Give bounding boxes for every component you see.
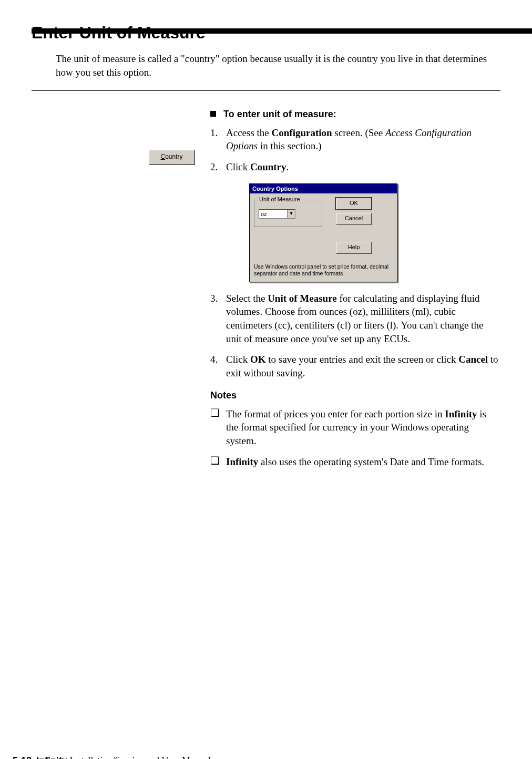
step-number: 2. <box>210 160 226 174</box>
ok-button[interactable]: OK <box>336 198 372 210</box>
dialog-hint: Use Windows control panel to set price f… <box>254 263 393 277</box>
procedure-title-text: To enter unit of measure: <box>223 109 336 119</box>
notes-heading: Notes <box>210 389 500 402</box>
dialog-titlebar: Country Options <box>250 184 397 194</box>
step-body: Click OK to save your entries and exit t… <box>226 353 500 380</box>
square-outline-icon: ❏ <box>210 407 226 448</box>
note-body: The format of prices you enter for each … <box>226 407 500 448</box>
step-number: 3. <box>210 292 226 346</box>
intro-paragraph: The unit of measure is called a "country… <box>56 52 500 79</box>
unit-of-measure-dropdown[interactable]: oz ▼ <box>259 209 295 219</box>
country-options-dialog: Country Options Unit of Measure oz ▼ <box>249 183 397 282</box>
step-2: 2. Click Country. <box>210 160 500 174</box>
step-number: 4. <box>210 353 226 380</box>
square-outline-icon: ❏ <box>210 455 226 469</box>
step-body: Click Country. <box>226 160 500 174</box>
procedure-title: To enter unit of measure: <box>210 108 500 120</box>
step-body: Access the Configuration screen. (See Ac… <box>226 126 500 153</box>
header-rule <box>32 28 532 34</box>
note-2: ❏ Infinity also uses the operating syste… <box>210 455 500 469</box>
square-bullet-icon <box>210 111 216 117</box>
step-body: Select the Unit of Measure for calculati… <box>226 292 500 346</box>
section-rule <box>32 90 500 91</box>
footer-rest: Installation/Service and User Manual <box>67 755 211 759</box>
step-3: 3. Select the Unit of Measure for calcul… <box>210 292 500 346</box>
cancel-button[interactable]: Cancel <box>336 213 372 225</box>
step-number: 1. <box>210 126 226 153</box>
step-1: 1. Access the Configuration screen. (See… <box>210 126 500 153</box>
unit-of-measure-group: Unit of Measure oz ▼ <box>254 200 322 227</box>
page-number: 5-18 <box>13 755 32 759</box>
help-button[interactable]: Help <box>336 242 372 254</box>
country-button[interactable]: Country <box>149 150 195 165</box>
group-legend: Unit of Measure <box>258 196 302 203</box>
dropdown-value: oz <box>259 210 287 218</box>
product-name: Infinity <box>36 755 67 759</box>
country-button-rest: ountry <box>165 153 182 160</box>
note-body: Infinity also uses the operating system'… <box>226 455 500 469</box>
note-1: ❏ The format of prices you enter for eac… <box>210 407 500 448</box>
page-footer: 5-18 Infinity Installation/Service and U… <box>13 755 211 759</box>
country-button-mnemonic: C <box>160 153 165 160</box>
step-4: 4. Click OK to save your entries and exi… <box>210 353 500 380</box>
chevron-down-icon: ▼ <box>287 210 295 218</box>
